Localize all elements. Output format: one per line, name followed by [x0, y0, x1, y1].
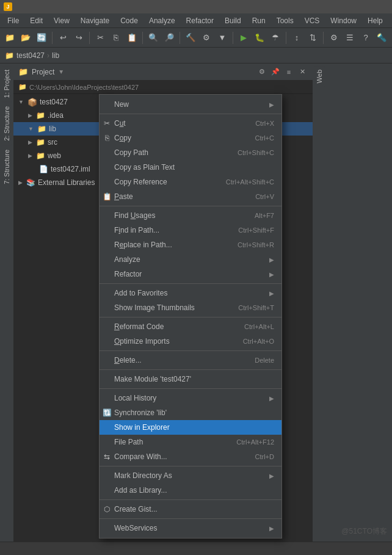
menu-code[interactable]: Code [115, 15, 143, 26]
cut-btn[interactable]: ✂ [93, 31, 107, 45]
ctx-mark-dir-arrow: ▶ [269, 473, 274, 479]
project-icon: 📁 [18, 67, 28, 76]
find-btn[interactable]: 🔍 [146, 31, 161, 45]
lib-label: lib [49, 125, 56, 133]
menu-run[interactable]: Run [247, 15, 270, 26]
ctx-compare-with[interactable]: ⇆ Compare With... Ctrl+D [100, 449, 281, 464]
sidebar-tab-project[interactable]: 1: Project [1, 66, 12, 101]
menu-analyze[interactable]: Analyze [144, 15, 180, 26]
ctx-new-label: New [114, 100, 264, 109]
open-btn[interactable]: 📂 [18, 31, 33, 45]
status-bar: @51CTO博客 [0, 542, 392, 555]
run-btn[interactable]: ▶ [236, 31, 251, 45]
menu-file[interactable]: File [2, 15, 24, 26]
ctx-paste-label: Paste [114, 192, 250, 201]
sync-btn[interactable]: 🔄 [34, 31, 49, 45]
ctx-add-favorites[interactable]: Add to Favorites ▶ [100, 286, 281, 300]
path-bar: 📁 C:\Users\John\IdeaProjects\test0427 [13, 81, 313, 94]
sidebar-tab-web[interactable]: Web [314, 66, 325, 87]
ctx-analyze[interactable]: Analyze ▶ [100, 252, 281, 267]
panel-close-btn[interactable]: ✕ [297, 67, 308, 78]
search-everywhere-btn[interactable]: 🔦 [374, 31, 389, 45]
title-bar: J [0, 0, 392, 13]
ctx-create-gist[interactable]: ⬡ Create Gist... [100, 502, 281, 517]
ctx-make-module[interactable]: Make Module 'test0427' [100, 372, 281, 386]
menu-build[interactable]: Build [220, 15, 246, 26]
ctx-new-arrow: ▶ [269, 101, 274, 108]
ctx-replace-in-path[interactable]: Replace in Path... Ctrl+Shift+R [100, 238, 281, 252]
panel-pin-btn[interactable]: 📌 [270, 67, 281, 78]
ctx-sep2 [100, 206, 281, 206]
ctx-refactor[interactable]: Refactor ▶ [100, 267, 281, 281]
ctx-copy-reference[interactable]: Copy Reference Ctrl+Alt+Shift+C [100, 175, 281, 189]
dropdown-btn[interactable]: ▼ [215, 31, 230, 45]
sdk-btn[interactable]: ☰ [343, 31, 357, 45]
ctx-copy-plain[interactable]: Copy as Plain Text [100, 160, 281, 175]
ctx-synchronize[interactable]: 🔃 Synchronize 'lib' [100, 405, 281, 420]
paste-icon: 📋 [102, 192, 112, 201]
menu-navigate[interactable]: Navigate [76, 15, 114, 26]
copy-btn[interactable]: ⎘ [109, 31, 123, 45]
ctx-copy[interactable]: ⎘ Copy Ctrl+C [100, 131, 281, 145]
ctx-mark-directory[interactable]: Mark Directory As ▶ [100, 468, 281, 483]
ctx-show-explorer[interactable]: Show in Explorer [100, 420, 281, 435]
panel-gear-btn[interactable]: ⚙ [256, 67, 267, 78]
src-label: src [48, 138, 57, 147]
sidebar-tab-structure[interactable]: 2: Structure [1, 103, 12, 145]
breadcrumb-sep: › [47, 51, 49, 60]
breadcrumb-lib[interactable]: lib [52, 51, 59, 60]
vcs-btn[interactable]: ↕ [289, 31, 304, 45]
redo-btn[interactable]: ↪ [71, 31, 86, 45]
new-project-btn[interactable]: 📁 [2, 31, 17, 45]
menu-edit[interactable]: Edit [25, 15, 48, 26]
ctx-cut-shortcut: Ctrl+X [255, 120, 274, 127]
ctx-cut[interactable]: ✂ Cut Ctrl+X [100, 116, 281, 131]
toolbar-sep2 [89, 32, 90, 44]
ctx-optimize[interactable]: Optimize Imports Ctrl+Alt+O [100, 334, 281, 349]
build2-btn[interactable]: ⚙ [199, 31, 214, 45]
ctx-copy-path[interactable]: Copy Path Ctrl+Shift+C [100, 145, 281, 160]
paste-btn[interactable]: 📋 [125, 31, 139, 45]
menu-window[interactable]: Window [325, 15, 361, 26]
src-chevron: ▶ [28, 139, 32, 145]
ctx-sep6 [100, 369, 281, 370]
menu-help[interactable]: Help [363, 15, 388, 26]
sidebar-tab-structure7[interactable]: 7: Structure [1, 146, 12, 188]
debug-btn[interactable]: 🐛 [252, 31, 267, 45]
ctx-file-path[interactable]: File Path Ctrl+Alt+F12 [100, 435, 281, 449]
breadcrumb-project[interactable]: test0427 [16, 51, 45, 60]
menu-refactor[interactable]: Refactor [181, 15, 219, 26]
ctx-sep3 [100, 283, 281, 284]
menu-view[interactable]: View [49, 15, 74, 26]
vcs2-btn[interactable]: ⇅ [305, 31, 320, 45]
toolbar-sep5 [233, 32, 233, 44]
undo-btn[interactable]: ↩ [56, 31, 70, 45]
help-btn[interactable]: ? [358, 31, 373, 45]
path-text: C:\Users\John\IdeaProjects\test0427 [29, 84, 139, 91]
ctx-webservices[interactable]: WebServices ▶ [100, 521, 281, 535]
settings-btn[interactable]: ⚙ [327, 31, 341, 45]
ctx-local-history-label: Local History [114, 394, 264, 402]
ctx-show-thumbnails[interactable]: Show Image Thumbnails Ctrl+Shift+T [100, 300, 281, 315]
find2-btn[interactable]: 🔎 [162, 31, 176, 45]
panel-dropdown-arrow[interactable]: ▼ [58, 68, 64, 75]
ctx-add-library[interactable]: Add as Library... [100, 483, 281, 498]
panel-settings-btn[interactable]: ≡ [283, 67, 294, 78]
ctx-paste[interactable]: 📋 Paste Ctrl+V [100, 189, 281, 204]
ctx-find-usages[interactable]: Find Usages Alt+F7 [100, 208, 281, 223]
menu-tools[interactable]: Tools [272, 15, 299, 26]
coverage-btn[interactable]: ☂ [268, 31, 283, 45]
ctx-copy-path-shortcut: Ctrl+Shift+C [238, 149, 274, 156]
ctx-delete[interactable]: Delete... Delete [100, 353, 281, 368]
menu-vcs[interactable]: VCS [300, 15, 325, 26]
ctx-local-history[interactable]: Local History ▶ [100, 391, 281, 405]
ctx-replace-path-label: Replace in Path... [114, 241, 233, 249]
root-chevron: ▼ [18, 99, 24, 105]
ctx-compare-label: Compare With... [114, 452, 250, 461]
ctx-copy-label: Copy [114, 134, 250, 142]
ctx-reformat[interactable]: Reformat Code Ctrl+Alt+L [100, 319, 281, 334]
ctx-new[interactable]: New ▶ [100, 97, 281, 112]
ctx-find-in-path[interactable]: Find in Path... Ctrl+Shift+F [100, 223, 281, 238]
src-folder-icon: 📁 [36, 138, 45, 147]
build-btn[interactable]: 🔨 [183, 31, 198, 45]
